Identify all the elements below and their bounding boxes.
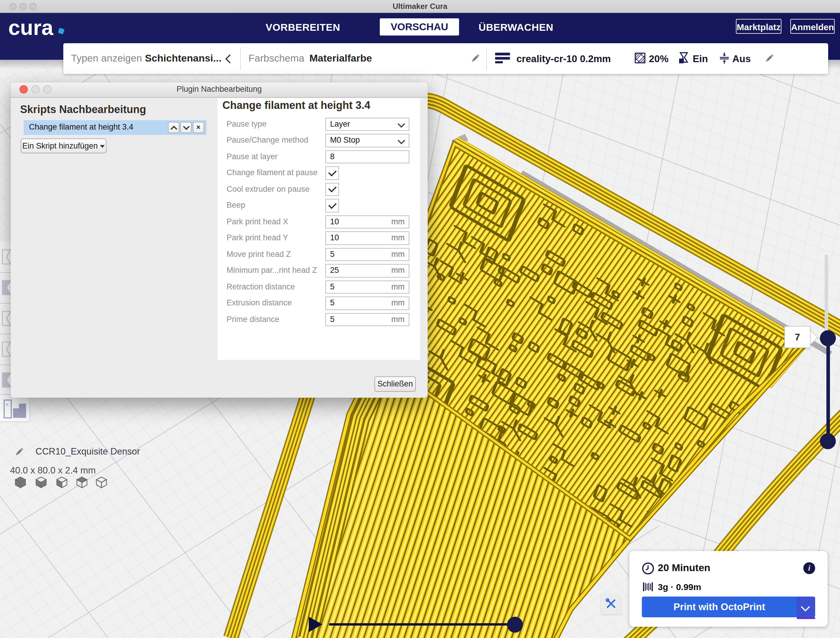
svg-text:×: × xyxy=(5,401,9,408)
